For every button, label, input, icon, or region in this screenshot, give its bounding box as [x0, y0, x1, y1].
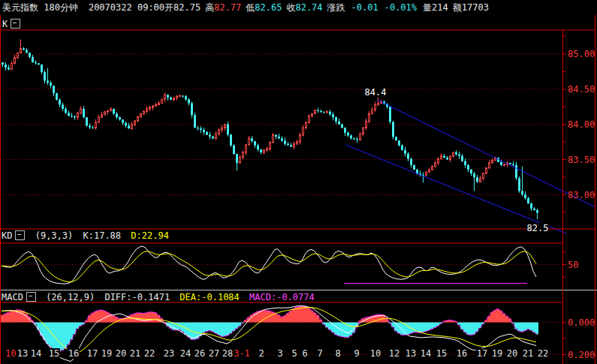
minus-glyph: [17, 234, 21, 235]
date-axis-label: 7: [316, 348, 323, 359]
date-axis-label: 21: [522, 348, 534, 359]
macd-diff-value: DIFF:-0.1471: [104, 292, 170, 302]
macd-panel-title: MACD: [2, 292, 23, 302]
macd-axis-label: 0.200: [568, 350, 595, 360]
date-axis-label: 20: [506, 348, 518, 359]
date-axis-label: 9: [353, 348, 360, 359]
date-axis-label: 21: [129, 348, 141, 359]
chart-application-window: 美元指数 180分钟20070322 09:00开82.75高82.77低82.…: [0, 0, 597, 364]
date-axis-label: 24: [179, 348, 191, 359]
collapse-icon[interactable]: [15, 230, 25, 240]
date-axis-label: 3-1: [233, 348, 251, 359]
date-axis-label: 13: [405, 348, 417, 359]
price-axis-label: 84.50: [568, 84, 595, 95]
date-axis-label: 28: [222, 348, 234, 359]
date-axis-label: 15: [48, 348, 60, 359]
kd-panel-title: KD: [2, 230, 12, 241]
date-axis-label: 10: [5, 348, 17, 359]
price-axis-label: 84.00: [568, 119, 595, 130]
price-axis-label: 83.00: [568, 190, 595, 200]
date-axis-label: 22: [143, 348, 155, 359]
macd-panel-header: MACD (26,12,9) DIFF:-0.1471 DEA:-0.1084 …: [2, 292, 319, 302]
date-axis-label: 3: [276, 348, 283, 359]
date-axis-label: 19: [491, 348, 503, 359]
date-axis-label: 13: [17, 348, 29, 359]
main-panel-header: K: [2, 19, 23, 29]
macd-macd-value: MACD:-0.0774: [249, 292, 315, 302]
macd-dea-value: DEA:-0.1084: [179, 292, 239, 302]
date-axis-label: 5: [291, 348, 297, 359]
kd-k-value: K:17.88: [83, 230, 122, 241]
date-axis-label: 23: [163, 348, 175, 359]
chart-canvas: [0, 0, 597, 364]
kd-params: (9,3,3): [35, 230, 74, 241]
minus-glyph: [13, 23, 17, 23]
date-axis-label: 8: [334, 348, 341, 359]
kd-axis-label: 50: [568, 260, 578, 270]
date-axis-label: 17: [86, 348, 98, 359]
date-axis-label: 6: [301, 348, 308, 359]
collapse-icon[interactable]: [11, 19, 20, 29]
price-annotation: 82.5: [527, 223, 549, 233]
date-axis-label: 14: [420, 348, 432, 359]
date-axis-label: 14: [30, 348, 42, 359]
macd-params: (26,12,9): [46, 292, 95, 302]
kd-d-value: D:22.94: [131, 230, 169, 241]
collapse-icon[interactable]: [26, 292, 36, 302]
date-axis-label: 2: [258, 348, 264, 359]
price-annotation: 84.4: [365, 87, 387, 98]
date-axis-label: 16: [456, 348, 468, 359]
date-axis-label: 19: [101, 348, 113, 359]
date-axis-label: 27: [208, 348, 220, 359]
price-axis-label: 85.00: [568, 49, 595, 59]
date-axis-label: 26: [194, 348, 206, 359]
date-axis-label: 10: [369, 348, 381, 359]
kd-panel-header: KD (9,3,3) K:17.88 D:22.94: [2, 230, 173, 241]
price-axis-label: 83.50: [568, 155, 595, 165]
date-axis-label: 17: [476, 348, 488, 359]
minus-glyph: [29, 296, 32, 296]
main-panel-title: K: [2, 19, 8, 29]
date-axis-label: 16: [68, 348, 80, 359]
macd-axis-label: 0.000: [568, 317, 595, 328]
date-axis-label: 15: [436, 348, 448, 359]
date-axis-label: 22: [537, 348, 549, 359]
date-axis-label: 20: [115, 348, 127, 359]
date-axis-label: 12: [388, 348, 400, 359]
